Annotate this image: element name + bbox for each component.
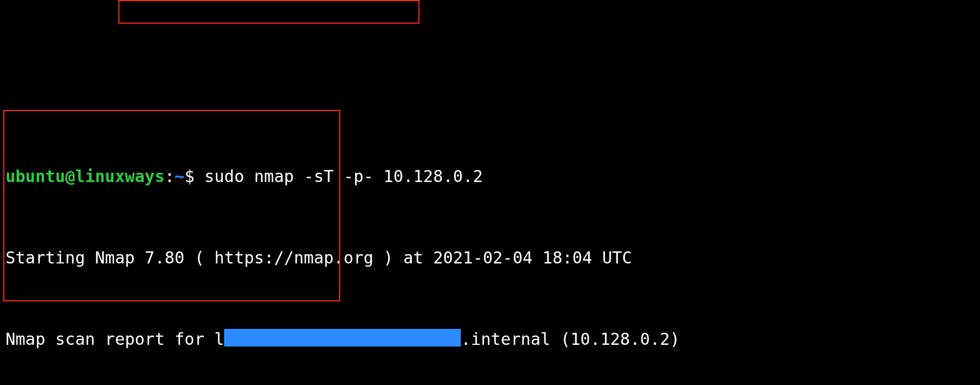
prompt-line[interactable]: ubuntu@linuxways:~$ sudo nmap -sT -p- 10… [6, 166, 974, 186]
prompt-user: ubuntu [6, 167, 65, 186]
prompt-host: linuxways [75, 167, 165, 186]
output-start: Starting Nmap 7.80 ( https://nmap.org ) … [6, 248, 974, 268]
command-text: sudo nmap -sT -p- 10.128.0.2 [204, 167, 483, 186]
prompt-colon: : [165, 167, 175, 186]
scan-suffix: .internal (10.128.0.2) [461, 329, 679, 349]
scan-prefix: Nmap scan report for l [6, 329, 224, 349]
highlight-ports-box [3, 110, 340, 301]
prompt-at: @ [65, 167, 75, 186]
terminal-window[interactable]: ubuntu@linuxways:~$ sudo nmap -sT -p- 10… [0, 0, 980, 385]
highlight-command-box [118, 0, 420, 24]
hostname-redaction [224, 329, 461, 346]
prompt-char: $ [184, 167, 204, 186]
output-scan-report: Nmap scan report for l.internal (10.128.… [6, 329, 974, 349]
prompt-cwd: ~ [175, 167, 184, 186]
